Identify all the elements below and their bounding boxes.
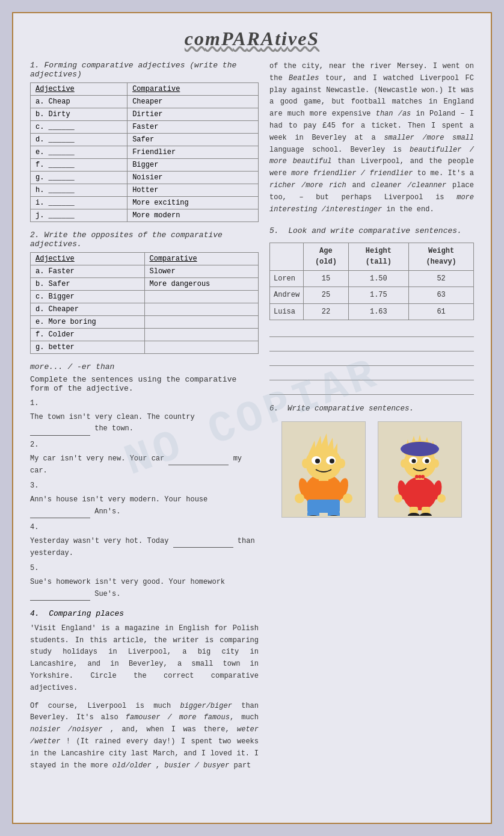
right-passage-top: of the city, near the river Mersey. I we…	[269, 61, 474, 215]
table-row: a. CheapCheaper	[31, 96, 259, 108]
col-name	[270, 243, 304, 270]
answer-line	[269, 341, 474, 351]
svg-marker-10	[321, 433, 328, 448]
col-height: Height (tall)	[348, 243, 409, 270]
section6: 6. Write comparative sentences.	[269, 403, 474, 517]
list-item: 3.Ann's house isn't very modern. Your ho…	[30, 480, 259, 518]
table-row: e. More boring	[31, 316, 259, 329]
svg-point-22	[343, 494, 352, 503]
section4-title: 4. Comparing places	[30, 609, 259, 618]
answer-line	[269, 326, 474, 337]
list-item: 4.Yesterday wasn't very hot. Today than …	[30, 522, 259, 560]
answer-line	[269, 355, 474, 366]
page: NO COPIAR comPARAtiveS 1. Forming compar…	[12, 12, 492, 824]
section4: 4. Comparing places 'Visit England' is a…	[30, 609, 259, 772]
col-weight: Weight (heavy)	[409, 243, 474, 270]
section3-sentences: 1.The town isn't very clean. The country…	[30, 398, 259, 601]
list-item: 1.The town isn't very clean. The country…	[30, 398, 259, 436]
svg-rect-1	[307, 500, 340, 513]
svg-point-18	[338, 459, 345, 468]
section5-table: Age (old) Height (tall) Weight (heavy) L…	[269, 243, 474, 321]
section3: more... / -er than Complete the sentence…	[30, 362, 259, 601]
section1-adj-header: Adjective	[31, 83, 128, 96]
svg-point-36	[401, 442, 439, 456]
svg-rect-3	[328, 512, 340, 516]
svg-marker-8	[309, 441, 316, 454]
table-row: b. DirtyDirtier	[31, 108, 259, 121]
svg-point-21	[295, 494, 304, 503]
section4-passage2: Of course, Liverpool is much bigger/bige…	[30, 701, 259, 772]
svg-point-46	[437, 494, 446, 503]
section1-table: Adjective Comparative a. CheapCheaperb. …	[30, 82, 259, 222]
bart-simpson-image	[281, 421, 366, 518]
section4-passage1: 'Visit England' is a magazine in English…	[30, 623, 259, 695]
table-row: j. ______More modern	[31, 209, 259, 222]
section3-title: more... / -er than	[30, 362, 259, 371]
table-row: i. ______More exciting	[31, 197, 259, 209]
list-item: 2.My car isn't very new. Your car my car…	[30, 439, 259, 477]
table-row: a. FasterSlower	[31, 265, 259, 278]
section2-num: 2. Write the opposites of the comparativ…	[30, 231, 259, 249]
page-title: comPARAtiveS	[30, 28, 474, 50]
section3-sublabel: Complete the sentences using the compara…	[30, 375, 259, 393]
right-column: of the city, near the river Mersey. I we…	[269, 61, 474, 780]
svg-point-23	[403, 477, 437, 510]
svg-point-41	[401, 459, 407, 468]
svg-point-17	[302, 459, 309, 468]
svg-rect-2	[307, 512, 319, 516]
table-row: g. ______Noisier	[31, 172, 259, 184]
simpsons-images	[269, 421, 474, 518]
svg-marker-9	[315, 436, 322, 451]
table-row: f. ______Bigger	[31, 159, 259, 172]
table-row: c. ______Faster	[31, 121, 259, 134]
svg-point-40	[425, 459, 429, 463]
svg-point-45	[394, 494, 402, 503]
svg-point-42	[433, 459, 439, 468]
answer-line	[269, 384, 474, 395]
section1-num: 1. Forming comparative adjectives (write…	[30, 61, 259, 79]
section5-answer-lines	[269, 326, 474, 395]
answer-line	[269, 370, 474, 380]
table-row: c. Bigger	[31, 291, 259, 303]
section1: 1. Forming comparative adjectives (write…	[30, 61, 259, 222]
svg-point-15	[315, 459, 320, 463]
table-row: Luisa221.6361	[270, 303, 474, 320]
left-column: 1. Forming comparative adjectives (write…	[30, 61, 259, 780]
svg-point-16	[330, 459, 334, 463]
table-row: Loren151.5052	[270, 270, 474, 287]
section5-label: 5. Look and write comparative sentences.	[269, 225, 474, 237]
svg-point-39	[412, 459, 416, 463]
table-row: e. ______Friendlier	[31, 146, 259, 159]
table-row: f. Colder	[31, 329, 259, 341]
col-age: Age (old)	[304, 243, 348, 270]
lisa-simpson-image	[378, 421, 462, 518]
table-row: b. SaferMore dangerous	[31, 278, 259, 291]
table-row: h. ______Hotter	[31, 184, 259, 197]
table-row: Andrew251.7563	[270, 287, 474, 304]
section1-comp-header: Comparative	[128, 83, 259, 96]
section2-comp-header: Comparative	[144, 253, 259, 265]
table-row: d. ______Safer	[31, 134, 259, 146]
section2-adj-header: Adjective	[31, 253, 145, 265]
table-row: d. Cheaper	[31, 303, 259, 316]
section6-label: 6. Write comparative sentences.	[269, 403, 474, 415]
table-row: g. better	[31, 341, 259, 354]
list-item: 5.Sue's homework isn't very good. Your h…	[30, 563, 259, 601]
section5: 5. Look and write comparative sentences.…	[269, 225, 474, 395]
section2-table: Adjective Comparative a. FasterSlowerb. …	[30, 252, 259, 354]
svg-point-49	[421, 475, 425, 478]
section2: 2. Write the opposites of the comparativ…	[30, 231, 259, 354]
